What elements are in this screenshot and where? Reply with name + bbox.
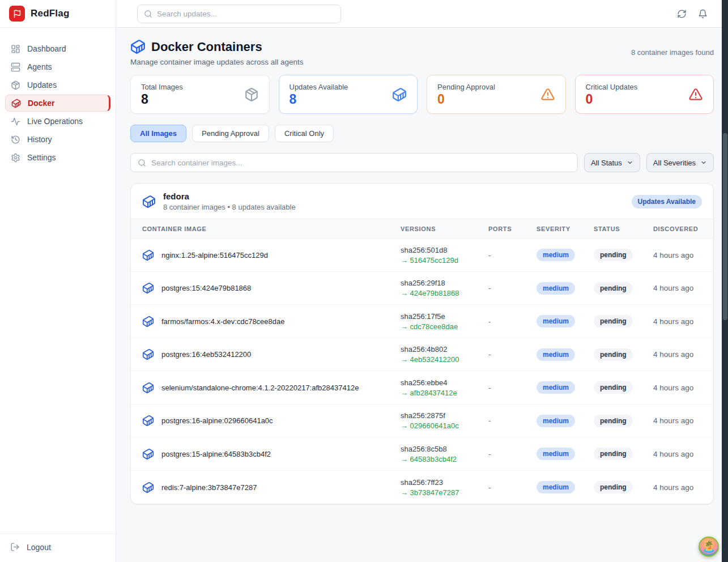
notifications-button[interactable]	[697, 8, 709, 20]
table-row[interactable]: postgres:15-alpine:64583b3cb4f2 sha256:8…	[131, 437, 713, 471]
sidebar-item-settings[interactable]: Settings	[5, 149, 110, 166]
version-update: → 3b73847e7287	[401, 488, 488, 497]
stat-card-total-images: Total Images 8	[130, 75, 270, 114]
stat-card-pending-approval: Pending Approval 0	[427, 75, 566, 114]
container-icon	[142, 448, 154, 460]
global-search-input[interactable]	[157, 10, 334, 18]
logout-icon	[10, 542, 20, 552]
severity-filter-select[interactable]: All Severities	[646, 153, 714, 172]
refresh-button[interactable]	[676, 8, 688, 20]
table-header-row: Container Image Versions Ports Severity …	[131, 219, 713, 239]
table-row[interactable]: postgres:16-alpine:029660641a0c sha256:2…	[131, 405, 713, 438]
column-header-versions: Versions	[401, 225, 488, 232]
search-icon	[144, 10, 152, 18]
tab-pending-approval[interactable]: Pending Approval	[192, 125, 269, 142]
chevron-down-icon	[700, 159, 707, 166]
container-image-name: postgres:15:424e79b81868	[161, 284, 251, 292]
redflag-logo	[9, 6, 25, 22]
updates-available-badge: Updates Available	[632, 195, 702, 208]
logout-label: Logout	[27, 543, 51, 552]
version-update: → 64583b3cb4f2	[401, 455, 488, 463]
status-filter-select[interactable]: All Status	[584, 153, 640, 172]
column-header-status: Status	[594, 225, 653, 232]
page-subtitle: Manage container image updates across al…	[130, 58, 303, 66]
refresh-icon	[677, 9, 687, 19]
stat-card-critical-updates: Critical Updates 0	[575, 75, 714, 114]
column-header-severity: Severity	[537, 225, 594, 232]
flag-icon	[13, 10, 22, 18]
sidebar-item-label: History	[27, 135, 52, 144]
sidebar-item-label: Settings	[27, 153, 56, 162]
severity-badge: medium	[537, 249, 575, 261]
status-badge: pending	[594, 448, 633, 460]
ports-value: -	[488, 284, 537, 292]
group-name: fedora	[163, 191, 296, 201]
brand: RedFlag	[0, 0, 116, 28]
version-current: sha256:29f18	[401, 279, 488, 287]
filter-tabs: All Images Pending Approval Critical Onl…	[130, 125, 714, 142]
sidebar-item-docker[interactable]: Docker	[5, 95, 110, 112]
stat-label: Total Images	[141, 83, 183, 91]
severity-badge: medium	[537, 315, 575, 327]
table-row[interactable]: farmos/farmos:4.x-dev:cdc78cee8dae sha25…	[131, 305, 713, 338]
table-row[interactable]: redis:7-alpine:3b73847e7287 sha256:7ff23…	[131, 471, 713, 504]
page-content: Docker Containers Manage container image…	[116, 28, 728, 562]
warning-triangle-icon	[688, 87, 703, 102]
container-icon	[142, 195, 156, 208]
status-badge: pending	[594, 315, 633, 327]
ports-value: -	[488, 450, 537, 458]
page-title: Docker Containers	[151, 40, 262, 54]
group-header: fedora 8 container images • 8 updates av…	[131, 184, 713, 219]
container-icon	[142, 482, 154, 493]
ports-value: -	[488, 350, 537, 359]
version-current: sha256:4b802	[401, 345, 488, 354]
sidebar: RedFlag Dashboard Agents Updates Docker …	[0, 0, 116, 562]
docker-containers-icon	[130, 39, 146, 54]
container-image-name: selenium/standalone-chrome:4.1.2-2022021…	[161, 384, 359, 392]
tab-critical-only[interactable]: Critical Only	[275, 125, 334, 142]
version-current: sha256:17f5e	[401, 312, 488, 321]
container-image-name: farmos/farmos:4.x-dev:cdc78cee8dae	[161, 317, 285, 326]
stats-cards: Total Images 8 Updates Available 8 Pendi…	[130, 75, 714, 114]
sidebar-item-label: Dashboard	[27, 44, 66, 53]
app-window: RedFlag Dashboard Agents Updates Docker …	[0, 0, 728, 562]
server-icon	[11, 62, 20, 72]
image-search	[130, 153, 578, 172]
sidebar-item-updates[interactable]: Updates	[5, 76, 110, 93]
table-row[interactable]: postgres:15:424e79b81868 sha256:29f18 → …	[131, 272, 713, 305]
scrollbar-thumb[interactable]	[723, 133, 727, 320]
image-search-input[interactable]	[151, 159, 571, 167]
package-icon	[11, 80, 20, 90]
container-icon	[142, 415, 154, 427]
container-image-name: redis:7-alpine:3b73847e7287	[161, 483, 257, 492]
sidebar-item-label: Live Operations	[27, 117, 83, 126]
page-scrollbar[interactable]	[722, 0, 728, 562]
sidebar-nav: Dashboard Agents Updates Docker Live Ope…	[0, 40, 116, 166]
status-badge: pending	[594, 381, 633, 394]
status-badge: pending	[594, 282, 633, 295]
table-row[interactable]: nginx:1.25-alpine:516475cc129d sha256:50…	[131, 239, 713, 272]
severity-badge: medium	[537, 448, 575, 460]
filter-row: All Status All Severities	[130, 153, 714, 172]
discovered-value: 4 hours ago	[653, 350, 702, 359]
sidebar-item-live-operations[interactable]: Live Operations	[5, 113, 110, 130]
container-icon	[142, 348, 154, 360]
container-icon	[392, 87, 407, 102]
table-body: nginx:1.25-alpine:516475cc129d sha256:50…	[131, 239, 713, 504]
severity-filter-value: All Severities	[653, 159, 696, 167]
table-row[interactable]: selenium/standalone-chrome:4.1.2-2022021…	[131, 371, 713, 405]
container-icon	[142, 249, 154, 261]
group-meta: 8 container images • 8 updates available	[163, 203, 296, 211]
package-icon	[244, 87, 259, 102]
table-row[interactable]: postgres:16:4eb532412200 sha256:4b802 → …	[131, 338, 713, 372]
sidebar-item-agents[interactable]: Agents	[5, 58, 110, 75]
sidebar-item-history[interactable]: History	[5, 131, 110, 148]
tab-all-images[interactable]: All Images	[130, 125, 186, 142]
version-update: → 516475cc129d	[401, 256, 488, 265]
sidebar-item-dashboard[interactable]: Dashboard	[5, 40, 110, 57]
container-image-name: nginx:1.25-alpine:516475cc129d	[161, 251, 268, 259]
island-widget-button[interactable]: 🏝️	[699, 537, 719, 557]
discovered-value: 4 hours ago	[653, 450, 702, 458]
logout-button[interactable]: Logout	[10, 542, 51, 552]
container-image-name: postgres:16:4eb532412200	[161, 350, 251, 359]
